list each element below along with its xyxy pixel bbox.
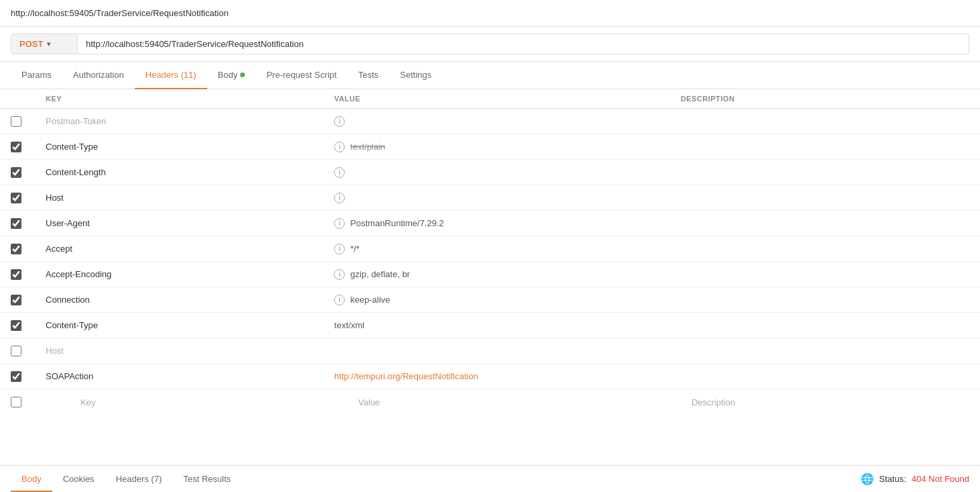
row-value-cell-1: i text/plain: [334, 142, 680, 152]
tab-authorization[interactable]: Authorization: [62, 62, 135, 89]
info-icon[interactable]: i: [334, 269, 345, 280]
checkbox-cell: [11, 218, 46, 229]
table-row: Connection i keep-alive: [0, 287, 980, 313]
row-value-cell-6: i gzip, deflate, br: [334, 269, 680, 280]
info-icon[interactable]: i: [334, 295, 345, 305]
info-icon[interactable]: i: [334, 244, 345, 254]
info-icon[interactable]: i: [334, 116, 345, 127]
method-label: POST: [19, 39, 43, 49]
table-row: Accept-Encoding i gzip, deflate, br: [0, 262, 980, 287]
info-icon[interactable]: i: [334, 218, 345, 229]
table-row: SOAPAction http://tempuri.org/RequestNot…: [0, 364, 980, 389]
url-input[interactable]: [78, 34, 969, 54]
table-row: Content-Length i: [0, 160, 980, 185]
checkbox-cell: [11, 295, 46, 305]
new-row-value[interactable]: Value: [358, 397, 692, 407]
checkbox-cell: [11, 116, 46, 127]
top-url: http://localhost:59405/TraderService/Req…: [11, 8, 229, 18]
info-icon[interactable]: i: [334, 142, 345, 152]
row-checkbox-3[interactable]: [11, 193, 21, 203]
tab-params[interactable]: Params: [11, 62, 62, 89]
row-value-1: text/plain: [350, 142, 385, 152]
checkbox-cell: [11, 320, 46, 331]
method-selector[interactable]: POST ▾: [11, 34, 78, 54]
row-key-8: Content-Type: [46, 320, 334, 330]
row-value-7: keep-alive: [350, 295, 390, 305]
headers-table: Postman-Token i Content-Type i text/plai…: [0, 109, 980, 389]
row-value-cell-8: text/xml: [334, 320, 680, 330]
row-value-cell-10: http://tempuri.org/RequestNotification: [334, 371, 680, 381]
row-key-7: Connection: [46, 295, 334, 305]
row-key-6: Accept-Encoding: [46, 269, 334, 279]
checkbox-cell: [11, 142, 46, 152]
table-row: Host: [0, 338, 980, 364]
info-icon[interactable]: i: [334, 193, 345, 203]
row-key-10: SOAPAction: [46, 371, 334, 381]
top-bar: http://localhost:59405/TraderService/Req…: [0, 0, 980, 27]
checkbox-cell: [11, 193, 46, 203]
row-key-2: Content-Length: [46, 167, 334, 177]
value-header: VALUE: [334, 95, 680, 103]
row-checkbox-1[interactable]: [11, 142, 21, 152]
row-checkbox-4[interactable]: [11, 218, 21, 229]
row-value-5: */*: [350, 244, 360, 254]
checkbox-cell: [11, 167, 46, 178]
info-icon[interactable]: i: [334, 167, 345, 178]
description-header: DESCRIPTION: [681, 95, 969, 103]
table-row: Content-Type text/xml: [0, 313, 980, 338]
new-row-checkbox[interactable]: [11, 397, 21, 407]
tabs-bar: Params Authorization Headers (11) Body P…: [0, 62, 980, 89]
tab-settings[interactable]: Settings: [389, 62, 442, 89]
new-row-key[interactable]: Key: [80, 397, 358, 407]
checkbox-cell: [11, 346, 46, 356]
row-checkbox-10[interactable]: [11, 371, 21, 382]
tab-headers[interactable]: Headers (11): [135, 62, 207, 89]
table-row: Host i: [0, 185, 980, 211]
row-checkbox-7[interactable]: [11, 295, 21, 305]
row-checkbox-8[interactable]: [11, 320, 21, 331]
row-key-4: User-Agent: [46, 218, 334, 228]
row-key-9: Host: [46, 346, 334, 356]
checkbox-cell: [11, 269, 46, 280]
table-header: KEY VALUE DESCRIPTION: [0, 89, 980, 109]
row-value-cell-5: i */*: [334, 244, 680, 254]
checkbox-cell: [11, 371, 46, 382]
body-dot-indicator: [240, 72, 245, 77]
table-row: User-Agent i PostmanRuntime/7.29.2: [0, 211, 980, 236]
row-checkbox-6[interactable]: [11, 269, 21, 280]
row-value-4: PostmanRuntime/7.29.2: [350, 218, 443, 228]
row-value-cell-2: i: [334, 167, 680, 178]
chevron-down-icon: ▾: [47, 40, 50, 48]
row-key-0: Postman-Token: [46, 116, 334, 126]
tab-tests[interactable]: Tests: [347, 62, 389, 89]
tab-body[interactable]: Body: [207, 62, 256, 89]
new-row-description[interactable]: Description: [692, 397, 969, 407]
row-value-cell-7: i keep-alive: [334, 295, 680, 305]
row-key-3: Host: [46, 193, 334, 203]
table-row: Postman-Token i: [0, 109, 980, 134]
row-value-8: text/xml: [334, 320, 364, 330]
row-checkbox-5[interactable]: [11, 244, 21, 254]
row-value-10: http://tempuri.org/RequestNotification: [334, 371, 478, 381]
row-value-cell-4: i PostmanRuntime/7.29.2: [334, 218, 680, 229]
table-row: Accept i */*: [0, 236, 980, 262]
request-bar: POST ▾: [0, 27, 980, 62]
checkbox-cell: [11, 244, 46, 254]
row-checkbox-0[interactable]: [11, 116, 21, 127]
row-value-6: gzip, deflate, br: [350, 269, 410, 279]
new-row: Key Value Description: [0, 389, 980, 415]
tab-pre-request[interactable]: Pre-request Script: [256, 62, 347, 89]
table-row: Content-Type i text/plain: [0, 134, 980, 160]
key-header: KEY: [46, 95, 334, 103]
row-value-cell-0: i: [334, 116, 680, 127]
row-key-5: Accept: [46, 244, 334, 254]
row-key-1: Content-Type: [46, 142, 334, 152]
row-checkbox-9[interactable]: [11, 346, 21, 356]
row-value-cell-3: i: [334, 193, 680, 203]
row-checkbox-2[interactable]: [11, 167, 21, 178]
